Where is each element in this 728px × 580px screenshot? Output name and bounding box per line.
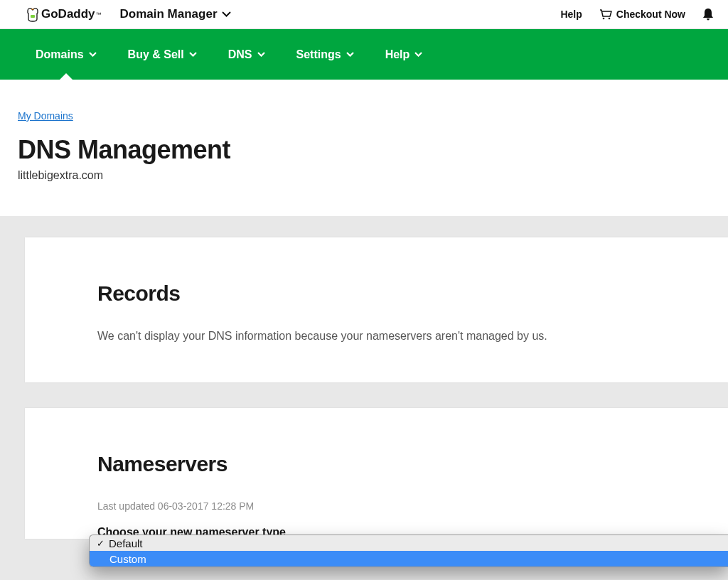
bell-icon[interactable] xyxy=(702,8,714,21)
content-area: Records We can't display your DNS inform… xyxy=(0,216,728,580)
checkout-link[interactable]: Checkout Now xyxy=(599,9,685,20)
top-header-left: GoDaddy™ Domain Manager xyxy=(26,6,231,22)
nameservers-last-updated: Last updated 06-03-2017 12:28 PM xyxy=(97,500,728,512)
main-nav: Domains Buy & Sell DNS Settings Help xyxy=(0,29,728,80)
domain-name: littlebigextra.com xyxy=(18,169,710,182)
top-header-right: Help Checkout Now xyxy=(560,8,714,21)
trademark-symbol: ™ xyxy=(96,11,102,18)
svg-rect-2 xyxy=(31,15,35,18)
dropdown-option-default[interactable]: Default xyxy=(90,535,728,551)
page-header: My Domains DNS Management littlebigextra… xyxy=(0,80,728,216)
cart-icon xyxy=(599,9,612,20)
svg-point-4 xyxy=(608,17,610,19)
nameservers-card: Nameservers Last updated 06-03-2017 12:2… xyxy=(25,408,728,539)
nav-item-domains[interactable]: Domains xyxy=(36,29,97,80)
svg-point-3 xyxy=(602,17,604,19)
breadcrumb-my-domains[interactable]: My Domains xyxy=(18,110,73,122)
nav-label: DNS xyxy=(228,48,252,61)
nav-label: Buy & Sell xyxy=(128,48,184,61)
domain-manager-dropdown[interactable]: Domain Manager xyxy=(120,7,231,21)
records-title: Records xyxy=(97,281,728,306)
chevron-down-icon xyxy=(222,11,231,17)
dropdown-option-custom[interactable]: Custom xyxy=(90,551,728,566)
top-header: GoDaddy™ Domain Manager Help Checkout No… xyxy=(0,0,728,29)
godaddy-logo[interactable]: GoDaddy™ xyxy=(26,6,102,22)
brand-text: GoDaddy xyxy=(41,7,95,21)
domain-manager-label: Domain Manager xyxy=(120,7,218,21)
godaddy-mascot-icon xyxy=(26,6,40,22)
nav-item-dns[interactable]: DNS xyxy=(228,29,265,80)
checkout-label: Checkout Now xyxy=(616,9,685,20)
nameserver-type-dropdown[interactable]: Default Custom xyxy=(89,535,728,567)
records-card: Records We can't display your DNS inform… xyxy=(25,237,728,382)
nav-label: Help xyxy=(385,48,410,61)
nav-item-buy-sell[interactable]: Buy & Sell xyxy=(128,29,197,80)
chevron-down-icon xyxy=(189,52,197,57)
nav-item-help[interactable]: Help xyxy=(385,29,423,80)
nameservers-title: Nameservers xyxy=(97,452,728,476)
chevron-down-icon xyxy=(257,52,265,57)
option-label: Default xyxy=(109,537,143,549)
svg-point-1 xyxy=(33,9,34,10)
chevron-down-icon xyxy=(414,52,422,57)
nav-label: Domains xyxy=(36,48,84,61)
records-message: We can't display your DNS information be… xyxy=(97,330,728,343)
option-label: Custom xyxy=(109,553,146,565)
help-link[interactable]: Help xyxy=(560,9,582,20)
nav-label: Settings xyxy=(296,48,341,61)
chevron-down-icon xyxy=(89,52,97,57)
page-title: DNS Management xyxy=(18,135,710,165)
chevron-down-icon xyxy=(346,52,354,57)
nav-item-settings[interactable]: Settings xyxy=(296,29,354,80)
svg-point-0 xyxy=(31,9,33,10)
